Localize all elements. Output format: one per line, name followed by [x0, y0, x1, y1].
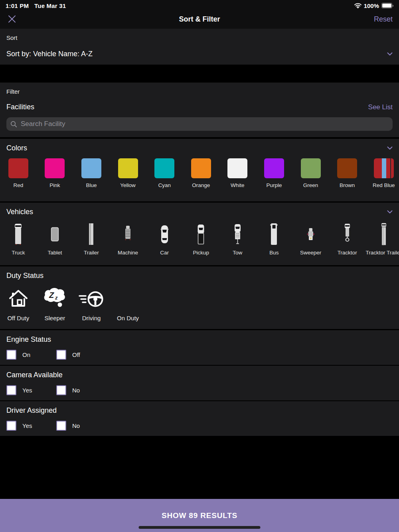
engine-status-option-on[interactable]: On	[6, 350, 56, 360]
vehicle-options-row: TruckTabletTrailerMachineCarPickupTowBus…	[0, 221, 393, 256]
driver-assigned-option-yes[interactable]: Yes	[6, 421, 56, 431]
option-label: Yes	[22, 387, 32, 394]
top-block: 1:01 PM Tue Mar 31 100% Sort &	[0, 0, 399, 29]
color-option-label: Pink	[49, 182, 60, 189]
sort-section-label: Sort	[6, 29, 393, 41]
facility-search-box[interactable]	[6, 117, 393, 131]
color-swatch-green[interactable]	[301, 158, 321, 178]
color-option-purple[interactable]: Purple	[256, 157, 292, 189]
vehicle-option-sweeper[interactable]: Sweeper	[292, 221, 329, 256]
engine-status-option-off[interactable]: Off	[56, 350, 106, 360]
color-swatch-red[interactable]	[8, 158, 28, 178]
duty-option-off-duty[interactable]: Off Duty	[0, 285, 37, 321]
vehicle-option-car[interactable]: Car	[146, 221, 183, 256]
color-option-green[interactable]: Green	[292, 157, 329, 189]
vehicle-option-label: Tracktor	[338, 249, 357, 256]
facility-search-input[interactable]	[20, 120, 389, 128]
color-option-label: Orange	[192, 182, 210, 189]
driver-assigned-label: Driver Assigned	[6, 401, 393, 415]
color-option-orange[interactable]: Orange	[183, 157, 219, 189]
see-list-link[interactable]: See List	[368, 103, 393, 111]
vehicle-option-tablet[interactable]: Tablet	[37, 221, 73, 256]
filter-section-label: Filter	[6, 83, 393, 95]
sort-by-value: Sort by: Vehicle Name: A-Z	[6, 50, 93, 58]
color-option-label: Cyan	[158, 182, 171, 189]
option-label: On	[22, 351, 30, 358]
chevron-down-icon	[387, 52, 393, 56]
color-option-blue[interactable]: Blue	[73, 157, 110, 189]
color-option-label: Yellow	[120, 182, 136, 189]
duty-option-sleeper[interactable]: ZzSleeper	[37, 285, 73, 321]
trailer-icon	[86, 221, 96, 246]
color-option-pink[interactable]: Pink	[37, 157, 73, 189]
machine-icon	[123, 221, 133, 246]
color-swatch-red-blue[interactable]	[374, 158, 394, 178]
colors-section-label: Colors	[6, 144, 27, 152]
camera-available-option-no[interactable]: No	[56, 385, 106, 395]
facilities-section: Filter Facilities See List	[0, 83, 399, 137]
chevron-down-icon[interactable]	[387, 210, 393, 214]
color-option-yellow[interactable]: Yellow	[110, 157, 146, 189]
vehicle-option-tow[interactable]: Tow	[219, 221, 256, 256]
vehicle-option-label: Pickup	[193, 249, 209, 256]
color-swatch-purple[interactable]	[264, 158, 284, 178]
duty-option-label: Driving	[82, 315, 101, 321]
duty-option-on-duty[interactable]: On Duty	[110, 285, 146, 321]
color-swatch-orange[interactable]	[191, 158, 211, 178]
color-option-cyan[interactable]: Cyan	[146, 157, 183, 189]
color-option-label: Green	[303, 182, 318, 189]
color-swatch-blue[interactable]	[81, 158, 101, 178]
camera-available-yes-checkbox[interactable]	[6, 385, 16, 395]
pickup-icon	[196, 221, 206, 246]
duty-option-label: On Duty	[117, 315, 139, 321]
color-option-brown[interactable]: Brown	[329, 157, 365, 189]
vehicle-option-pickup[interactable]: Pickup	[183, 221, 219, 256]
driver-assigned-option-no[interactable]: No	[56, 421, 106, 431]
color-option-red-blue[interactable]: Red Blue	[365, 157, 399, 189]
color-swatch-brown[interactable]	[337, 158, 357, 178]
colors-section: Colors RedPinkBlueYellowCyanOrangeWhiteP…	[0, 139, 399, 201]
reset-button[interactable]: Reset	[374, 15, 393, 24]
color-swatch-white[interactable]	[227, 158, 247, 178]
duty-option-driving[interactable]: Driving	[73, 285, 110, 321]
driver-assigned-yes-checkbox[interactable]	[6, 421, 16, 431]
vehicle-option-bus[interactable]: Bus	[256, 221, 292, 256]
tracktor-icon	[342, 221, 353, 246]
home-indicator[interactable]	[139, 526, 261, 529]
color-option-white[interactable]: White	[219, 157, 256, 189]
camera-available-option-yes[interactable]: Yes	[6, 385, 56, 395]
vehicle-option-tracktor-trailer[interactable]: Tracktor Trailer	[365, 221, 399, 256]
option-label: No	[72, 387, 80, 394]
color-swatch-cyan[interactable]	[154, 158, 174, 178]
color-option-red[interactable]: Red	[0, 157, 37, 189]
chevron-down-icon[interactable]	[387, 146, 393, 150]
color-option-label: Purple	[266, 182, 282, 189]
option-label: Off	[72, 351, 80, 358]
vehicle-option-tracktor[interactable]: Tracktor	[329, 221, 365, 256]
battery-icon	[381, 3, 393, 8]
battery-percent: 100%	[364, 2, 379, 9]
vehicles-section: Vehicles TruckTabletTrailerMachineCarPic…	[0, 203, 399, 265]
color-swatch-divider	[390, 158, 391, 178]
engine-status-off-checkbox[interactable]	[56, 350, 66, 360]
sort-by-dropdown[interactable]: Sort by: Vehicle Name: A-Z	[6, 50, 393, 58]
facilities-label: Facilities	[6, 103, 34, 111]
camera-available-no-checkbox[interactable]	[56, 385, 66, 395]
option-label: Yes	[22, 422, 32, 429]
vehicle-option-machine[interactable]: Machine	[110, 221, 146, 256]
color-swatch-pink[interactable]	[45, 158, 65, 178]
vehicle-option-trailer[interactable]: Trailer	[73, 221, 110, 256]
vehicle-option-truck[interactable]: Truck	[0, 221, 37, 256]
car-icon	[160, 221, 170, 246]
bus-icon	[269, 221, 279, 246]
search-icon	[10, 121, 17, 128]
color-option-label: Red	[13, 182, 23, 189]
camera-available-section: Camera AvailableYesNo	[0, 366, 399, 400]
color-swatch-yellow[interactable]	[118, 158, 138, 178]
svg-text:z: z	[55, 295, 58, 301]
driver-assigned-no-checkbox[interactable]	[56, 421, 66, 431]
status-date: Tue Mar 31	[34, 2, 66, 9]
show-results-button[interactable]: SHOW 89 RESULTS	[0, 499, 399, 532]
engine-status-on-checkbox[interactable]	[6, 350, 16, 360]
camera-available-label: Camera Available	[6, 366, 393, 379]
